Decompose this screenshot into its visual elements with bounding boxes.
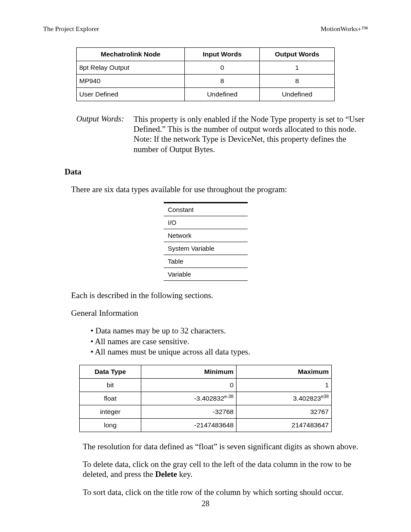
th-min: Minimum bbox=[141, 365, 236, 379]
header-right: MotionWorks+™ bbox=[321, 25, 368, 33]
cell-type: integer bbox=[80, 405, 141, 419]
th-node: Mechatrolink Node bbox=[77, 48, 185, 61]
section-heading-data: Data bbox=[65, 167, 368, 177]
intro-paragraph: There are six data types available for u… bbox=[71, 184, 368, 194]
delete-key: Delete bbox=[155, 470, 177, 479]
definition-output-words: Output Words: This property is only enab… bbox=[43, 114, 368, 154]
cell-type: bit bbox=[80, 379, 141, 392]
list-cell: Network bbox=[164, 229, 248, 242]
sup: e38 bbox=[321, 394, 329, 399]
th-datatype: Data Type bbox=[80, 365, 141, 379]
cell-node: User Defined bbox=[77, 88, 185, 101]
text: To delete data, click on the gray cell t… bbox=[83, 460, 351, 479]
val: 0 bbox=[230, 381, 234, 389]
table-row: integer -32768 32767 bbox=[80, 405, 332, 419]
list-item: I/O bbox=[164, 216, 248, 229]
data-type-range-table: Data Type Minimum Maximum bit 0 1 float … bbox=[79, 365, 332, 432]
list-item: Variable bbox=[164, 268, 248, 280]
table-row: MP940 8 8 bbox=[77, 75, 335, 88]
header-left: The Project Explorer bbox=[43, 25, 99, 33]
th-input: Input Words bbox=[185, 48, 260, 61]
cell-min: -2147483648 bbox=[141, 419, 236, 432]
list-cell: Variable bbox=[164, 268, 248, 280]
list-cell: System Variable bbox=[164, 242, 248, 255]
page: The Project Explorer MotionWorks+™ Mecha… bbox=[0, 0, 411, 532]
th-output: Output Words bbox=[260, 48, 335, 61]
para-resolution: The resolution for data defined as “floa… bbox=[83, 442, 368, 451]
cell-out: 1 bbox=[260, 61, 335, 75]
para-delete: To delete data, click on the gray cell t… bbox=[83, 459, 368, 479]
list-cell: Constant bbox=[164, 202, 248, 216]
table-row: long -2147483648 2147483647 bbox=[80, 419, 332, 432]
cell-max: 1 bbox=[237, 379, 332, 392]
cell-in: 0 bbox=[185, 61, 260, 75]
list-item: Table bbox=[164, 255, 248, 268]
cell-out: Undefined bbox=[260, 88, 335, 101]
para-sort: To sort data, click on the title row of … bbox=[83, 487, 368, 497]
bullet-item: All names are case sensitive. bbox=[90, 336, 368, 347]
cell-type: float bbox=[80, 392, 141, 405]
val: 32767 bbox=[310, 408, 329, 415]
cell-out: 8 bbox=[260, 75, 335, 88]
cell-max: 32767 bbox=[237, 405, 332, 419]
cell-min: -32768 bbox=[141, 405, 236, 419]
cell-max: 3.402823e38 bbox=[237, 392, 332, 405]
cell-max: 2147483647 bbox=[237, 419, 332, 432]
data-types-list: Constant I/O Network System Variable Tab… bbox=[164, 202, 248, 281]
list-item: Constant bbox=[164, 202, 248, 216]
table-row: float -3.402832e-38 3.402823e38 bbox=[80, 392, 332, 405]
table-header-row: Mechatrolink Node Input Words Output Wor… bbox=[77, 48, 335, 61]
table-row: bit 0 1 bbox=[80, 379, 332, 392]
bullet-item: All names must be unique across all data… bbox=[90, 347, 368, 357]
val: -3.402832 bbox=[194, 395, 224, 402]
list-item: System Variable bbox=[164, 242, 248, 255]
cell-in: 8 bbox=[185, 75, 260, 88]
cell-node: 8pt Relay Output bbox=[77, 61, 185, 75]
val: 3.402823 bbox=[293, 395, 321, 402]
general-info-heading: General Information bbox=[71, 308, 368, 318]
th-max: Maximum bbox=[237, 365, 332, 379]
text: key. bbox=[177, 470, 193, 479]
list-item: Network bbox=[164, 229, 248, 242]
val: -2147483648 bbox=[194, 421, 234, 429]
cell-type: long bbox=[80, 419, 141, 432]
cell-min: 0 bbox=[141, 379, 236, 392]
mechatrolink-table: Mechatrolink Node Input Words Output Wor… bbox=[76, 47, 335, 101]
table-row: 8pt Relay Output 0 1 bbox=[77, 61, 335, 75]
list-cell: Table bbox=[164, 255, 248, 268]
table-row: User Defined Undefined Undefined bbox=[77, 88, 335, 101]
bullet-item: Data names may be up to 32 characters. bbox=[90, 326, 368, 336]
running-header: The Project Explorer MotionWorks+™ bbox=[43, 25, 368, 33]
sup: e-38 bbox=[224, 394, 234, 399]
val: 1 bbox=[325, 381, 329, 389]
val: 2147483647 bbox=[292, 421, 329, 429]
val: -32768 bbox=[213, 408, 234, 415]
page-number: 28 bbox=[0, 499, 411, 508]
cell-min: -3.402832e-38 bbox=[141, 392, 236, 405]
table-header-row: Data Type Minimum Maximum bbox=[80, 365, 332, 379]
general-info-bullets: Data names may be up to 32 characters. A… bbox=[90, 326, 368, 357]
list-cell: I/O bbox=[164, 216, 248, 229]
cell-in: Undefined bbox=[185, 88, 260, 101]
def-term-text: Output Words: bbox=[76, 114, 124, 123]
cell-node: MP940 bbox=[77, 75, 185, 88]
after-list-paragraph: Each is described in the following secti… bbox=[71, 290, 368, 300]
def-body: This property is only enabled if the Nod… bbox=[134, 114, 368, 154]
def-term: Output Words: bbox=[67, 114, 134, 154]
